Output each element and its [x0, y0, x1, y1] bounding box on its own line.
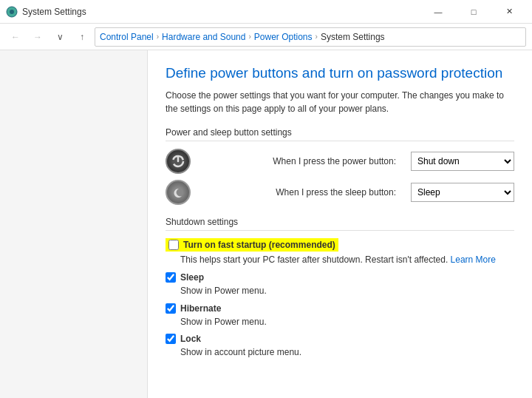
- shutdown-section-label: Shutdown settings: [166, 217, 514, 231]
- shutdown-label-1: Sleep: [180, 272, 204, 283]
- breadcrumb-control-panel[interactable]: Control Panel: [100, 32, 154, 42]
- shutdown-checkbox-0[interactable]: [168, 240, 179, 250]
- nav-bar: ← → ∨ ↑ Control Panel › Hardware and Sou…: [0, 24, 532, 50]
- shutdown-description-3: Show in account picture menu.: [180, 346, 514, 359]
- shutdown-description-0: This helps start your PC faster after sh…: [180, 254, 514, 266]
- page-description: Choose the power settings that you want …: [166, 89, 514, 115]
- shutdown-checkbox-3[interactable]: [166, 334, 176, 344]
- shutdown-checkbox-row-1: Sleep: [166, 272, 514, 283]
- sidebar: [0, 50, 148, 398]
- up-button[interactable]: ↑: [72, 27, 92, 47]
- shutdown-checkbox-2[interactable]: [166, 303, 176, 314]
- shutdown-settings: Turn on fast startup (recommended)This h…: [166, 238, 514, 359]
- sleep-button-dropdown[interactable]: Do nothingSleepHibernateShut down: [411, 183, 514, 202]
- shutdown-label-3: Lock: [180, 334, 201, 344]
- shutdown-label-2: Hibernate: [180, 303, 221, 314]
- power-section-label: Power and sleep button settings: [166, 127, 514, 141]
- sleep-button-row: When I press the sleep button: Do nothin…: [166, 180, 514, 205]
- shutdown-item: Turn on fast startup (recommended)This h…: [166, 238, 514, 266]
- shutdown-checkbox-row-2: Hibernate: [166, 303, 514, 314]
- shutdown-label-0: Turn on fast startup (recommended): [183, 240, 335, 250]
- close-button[interactable]: ✕: [492, 0, 526, 24]
- power-button-row: When I press the power button: Do nothin…: [166, 149, 514, 174]
- breadcrumb: Control Panel › Hardware and Sound › Pow…: [95, 27, 526, 47]
- svg-point-1: [10, 10, 14, 14]
- sleep-button-label: When I press the sleep button:: [200, 187, 402, 198]
- dropdown-button[interactable]: ∨: [50, 27, 69, 47]
- back-button[interactable]: ←: [6, 27, 25, 47]
- shutdown-item: LockShow in account picture menu.: [166, 334, 514, 359]
- layout: Define power buttons and turn on passwor…: [0, 50, 532, 398]
- breadcrumb-sep-1: ›: [157, 33, 159, 41]
- shutdown-checkbox-1[interactable]: [166, 272, 176, 283]
- button-settings: When I press the power button: Do nothin…: [166, 149, 514, 205]
- breadcrumb-sep-3: ›: [316, 33, 318, 41]
- maximize-button[interactable]: □: [457, 0, 491, 24]
- title-bar-icon: [6, 6, 18, 18]
- title-bar: System Settings — □ ✕: [0, 0, 532, 24]
- power-button-label: When I press the power button:: [200, 156, 402, 166]
- breadcrumb-hardware-sound[interactable]: Hardware and Sound: [162, 32, 245, 42]
- breadcrumb-power-options[interactable]: Power Options: [254, 32, 313, 42]
- shutdown-item: HibernateShow in Power menu.: [166, 303, 514, 328]
- shutdown-description-2: Show in Power menu.: [180, 316, 514, 328]
- minimize-button[interactable]: —: [421, 0, 455, 24]
- power-button-dropdown[interactable]: Do nothingSleepHibernateShut downTurn of…: [411, 152, 514, 171]
- learn-more-link[interactable]: Learn More: [451, 254, 496, 265]
- shutdown-checkbox-row-0: Turn on fast startup (recommended): [166, 238, 338, 252]
- page-title: Define power buttons and turn on passwor…: [166, 65, 514, 81]
- shutdown-item: SleepShow in Power menu.: [166, 272, 514, 297]
- main-content: Define power buttons and turn on passwor…: [148, 50, 532, 398]
- power-icon: [166, 149, 191, 174]
- sleep-icon: [166, 180, 191, 205]
- title-bar-title: System Settings: [22, 7, 86, 17]
- breadcrumb-sep-2: ›: [248, 33, 250, 41]
- forward-button[interactable]: →: [28, 27, 47, 47]
- shutdown-checkbox-row-3: Lock: [166, 334, 514, 344]
- title-bar-controls: — □ ✕: [421, 0, 526, 24]
- shutdown-description-1: Show in Power menu.: [180, 285, 514, 297]
- breadcrumb-current: System Settings: [321, 32, 385, 42]
